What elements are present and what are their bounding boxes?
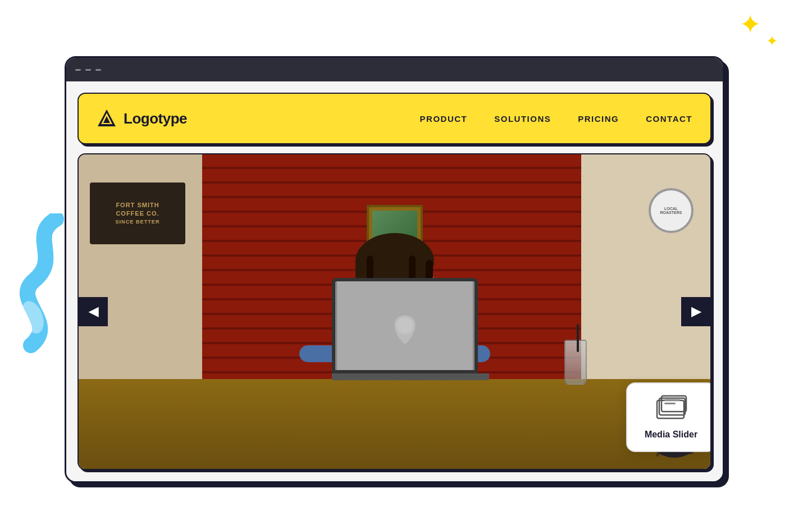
media-slider-label: Media Slider <box>645 430 697 440</box>
laptop-screen <box>332 278 478 373</box>
decorative-squiggle <box>17 213 67 359</box>
logo-area[interactable]: Logotype <box>97 108 187 129</box>
circle-sign: LOCALROASTERS <box>649 188 694 233</box>
drink-straw <box>577 324 579 352</box>
browser-dot-2 <box>85 69 91 71</box>
nav-link-product[interactable]: PRODUCT <box>420 114 468 124</box>
browser-chrome <box>66 58 723 81</box>
next-arrow-icon: ▶ <box>691 304 701 319</box>
nav-link-solutions[interactable]: SOLUTIONS <box>494 114 551 124</box>
laptop-base <box>332 373 489 380</box>
nav-links: PRODUCT SOLUTIONS PRICING CONTACT <box>420 114 692 124</box>
circle-sign-text: LOCALROASTERS <box>660 207 682 215</box>
browser-dot-1 <box>75 69 81 71</box>
table-surface <box>79 379 710 469</box>
browser-window: Logotype PRODUCT SOLUTIONS PRICING CONTA… <box>65 56 724 483</box>
nav-link-pricing[interactable]: PRICING <box>578 114 619 124</box>
slider-prev-button[interactable]: ◀ <box>79 297 108 326</box>
media-slider-icon <box>654 395 688 423</box>
svg-rect-44 <box>664 403 676 404</box>
logo-icon <box>97 108 117 129</box>
logo-text: Logotype <box>124 110 187 127</box>
svg-rect-39 <box>337 281 473 370</box>
drink-cup <box>564 340 587 385</box>
star-large-icon: ✦ <box>739 11 761 38</box>
nav-link-contact[interactable]: CONTACT <box>646 114 692 124</box>
svg-point-7 <box>656 453 659 457</box>
laptop <box>332 278 489 385</box>
prev-arrow-icon: ◀ <box>89 304 98 319</box>
slider-container: FORT SMITHCOFFEE CO.SINCE BETTER LOCALRO… <box>77 153 711 470</box>
browser-content: Logotype PRODUCT SOLUTIONS PRICING CONTA… <box>66 81 723 481</box>
photo-scene: FORT SMITHCOFFEE CO.SINCE BETTER LOCALRO… <box>79 154 710 469</box>
navigation-bar: Logotype PRODUCT SOLUTIONS PRICING CONTA… <box>77 93 711 144</box>
wall-sign: FORT SMITHCOFFEE CO.SINCE BETTER <box>90 182 185 244</box>
svg-rect-43 <box>664 399 680 401</box>
wall-sign-text: FORT SMITHCOFFEE CO.SINCE BETTER <box>115 201 159 226</box>
media-slider-badge: Media Slider <box>626 382 711 452</box>
star-small-icon: ✦ <box>766 34 778 48</box>
slider-next-button[interactable]: ▶ <box>681 297 710 326</box>
browser-dot-3 <box>95 69 101 71</box>
